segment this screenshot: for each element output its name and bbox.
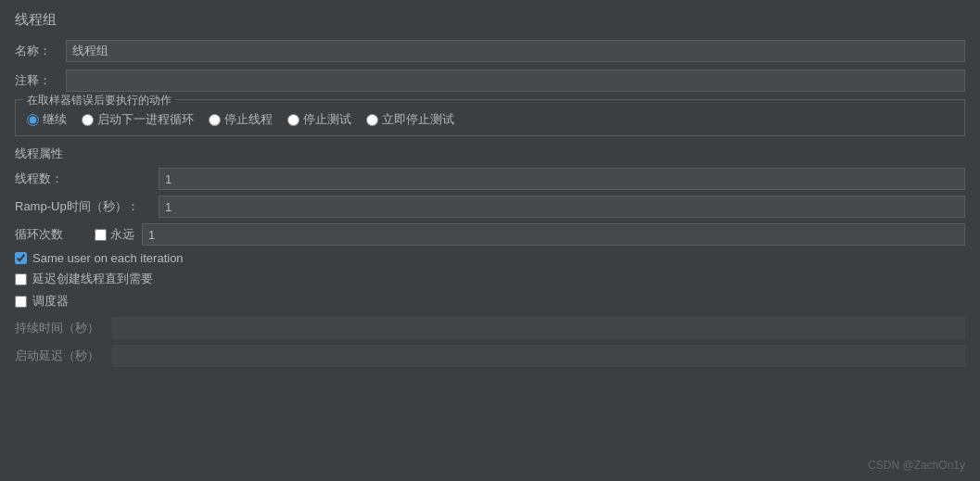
main-container: 线程组 名称： 注释： 在取样器错误后要执行的动作 继续 启动下一进程循环 停止… (0, 0, 980, 384)
startup-delay-label: 启动延迟（秒） (15, 348, 112, 364)
rampup-label: Ramp-Up时间（秒）： (15, 198, 159, 215)
delay-create-checkbox[interactable] (15, 273, 27, 285)
comment-input[interactable] (66, 70, 965, 92)
forever-checkbox-input[interactable] (95, 229, 107, 241)
thread-count-row: 线程数： (15, 168, 965, 190)
sampler-error-title: 在取样器错误后要执行的动作 (23, 93, 175, 108)
thread-props-title: 线程属性 (15, 146, 965, 162)
duration-input (112, 317, 965, 339)
same-user-checkbox[interactable] (15, 252, 27, 264)
radio-next-loop-input[interactable] (82, 114, 94, 126)
comment-row: 注释： (15, 70, 965, 92)
radio-stop-now-label: 立即停止测试 (382, 111, 454, 128)
startup-delay-row: 启动延迟（秒） (15, 345, 965, 367)
scheduler-label: 调度器 (32, 293, 69, 310)
duration-label: 持续时间（秒） (15, 320, 112, 336)
sampler-error-radio-group: 继续 启动下一进程循环 停止线程 停止测试 立即停止测试 (27, 108, 953, 128)
thread-count-input[interactable] (159, 168, 965, 190)
radio-continue[interactable]: 继续 (27, 111, 67, 128)
radio-next-loop-label: 启动下一进程循环 (97, 111, 194, 128)
thread-properties: 线程数： Ramp-Up时间（秒）： 循环次数 永远 Same user on … (15, 168, 965, 310)
radio-stop-thread[interactable]: 停止线程 (209, 111, 273, 128)
radio-stop-thread-label: 停止线程 (224, 111, 273, 128)
radio-stop-test-label: 停止测试 (303, 111, 351, 128)
duration-row: 持续时间（秒） (15, 317, 965, 339)
loop-row: 循环次数 永远 (15, 223, 965, 246)
radio-stop-test-input[interactable] (287, 114, 299, 126)
radio-stop-test[interactable]: 停止测试 (287, 111, 351, 128)
startup-delay-input (112, 345, 965, 367)
rampup-row: Ramp-Up时间（秒）： (15, 196, 965, 218)
forever-label: 永远 (110, 226, 134, 243)
comment-label: 注释： (15, 72, 66, 89)
radio-continue-input[interactable] (27, 114, 39, 126)
name-label: 名称： (15, 43, 66, 59)
page-title: 线程组 (15, 11, 965, 29)
rampup-input[interactable] (159, 196, 965, 218)
forever-checkbox[interactable]: 永远 (95, 226, 134, 243)
delay-create-label: 延迟创建线程直到需要 (32, 271, 153, 287)
radio-continue-label: 继续 (43, 111, 67, 128)
watermark: CSDN @ZachOn1y (868, 459, 965, 472)
name-input[interactable] (66, 40, 965, 62)
radio-stop-now-input[interactable] (366, 114, 378, 126)
sampler-error-section: 在取样器错误后要执行的动作 继续 启动下一进程循环 停止线程 停止测试 立即停止… (15, 99, 965, 136)
radio-next-loop[interactable]: 启动下一进程循环 (82, 111, 194, 128)
scheduler-checkbox[interactable] (15, 296, 27, 308)
loop-label: 循环次数 (15, 226, 89, 243)
loop-count-input[interactable] (142, 223, 965, 246)
same-user-label: Same user on each iteration (32, 251, 184, 265)
radio-stop-now[interactable]: 立即停止测试 (366, 111, 454, 128)
name-row: 名称： (15, 40, 965, 62)
scheduler-row[interactable]: 调度器 (15, 293, 965, 310)
same-user-row[interactable]: Same user on each iteration (15, 251, 965, 265)
thread-count-label: 线程数： (15, 171, 159, 187)
radio-stop-thread-input[interactable] (209, 114, 221, 126)
delay-create-row[interactable]: 延迟创建线程直到需要 (15, 271, 965, 287)
